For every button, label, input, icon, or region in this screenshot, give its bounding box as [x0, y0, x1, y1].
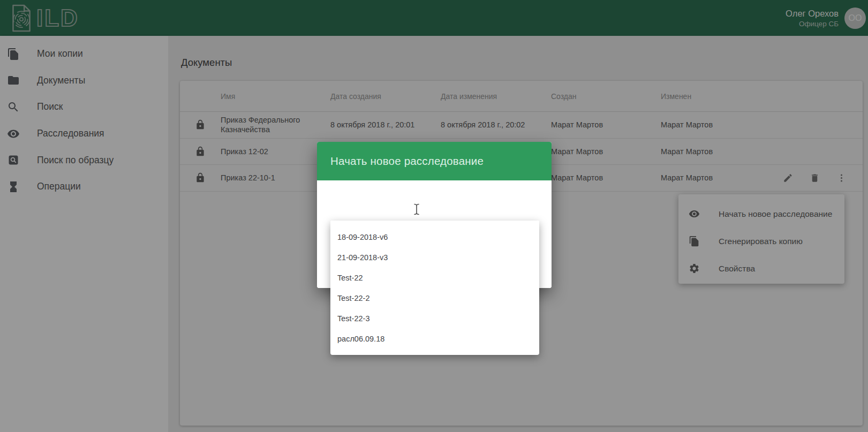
ibeam-cursor: [413, 203, 420, 215]
dialog-header: Начать новое расследование: [317, 142, 552, 180]
suggestion-item[interactable]: расл06.09.18: [330, 329, 539, 349]
suggestion-item[interactable]: 21-09-2018-v3: [330, 247, 539, 268]
dialog-title: Начать новое расследование: [330, 155, 484, 168]
suggestion-item[interactable]: Test-22: [330, 268, 539, 288]
screen: ILD Олег Орехов Офицер СБ ОО Мои копии Д…: [0, 0, 868, 432]
suggestion-item[interactable]: 18-09-2018-v6: [330, 227, 539, 247]
suggestions-dropdown: 18-09-2018-v6 21-09-2018-v3 Test-22 Test…: [330, 221, 539, 355]
suggestion-item[interactable]: Test-22-3: [330, 308, 539, 329]
suggestion-item[interactable]: Test-22-2: [330, 288, 539, 308]
